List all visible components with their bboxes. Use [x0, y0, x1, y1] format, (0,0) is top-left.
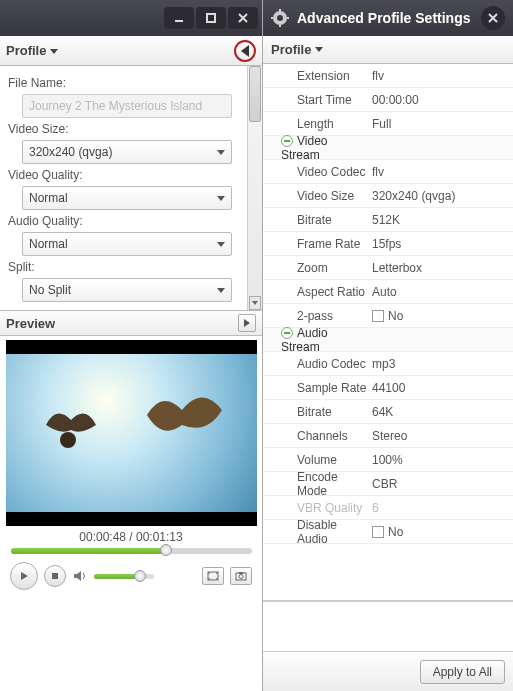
advanced-titlebar: Advanced Profile Settings: [263, 0, 513, 36]
chevron-down-icon: [217, 196, 225, 201]
fullscreen-button[interactable]: [202, 567, 224, 585]
setting-row[interactable]: Video Size320x240 (qvga): [263, 184, 513, 208]
svg-rect-1: [207, 14, 215, 22]
svg-point-2: [60, 432, 76, 448]
setting-value: Stereo: [372, 429, 407, 443]
audio-quality-select[interactable]: Normal: [22, 232, 232, 256]
preview-next-button[interactable]: [238, 314, 256, 332]
volume-slider[interactable]: [94, 574, 154, 579]
setting-key: Frame Rate: [297, 237, 360, 251]
setting-key: Audio Codec: [297, 357, 366, 371]
svg-point-9: [277, 15, 283, 21]
setting-key: Aspect Ratio: [297, 285, 365, 299]
setting-value: Auto: [372, 285, 397, 299]
description-area: [263, 601, 513, 651]
setting-key: Bitrate: [297, 213, 332, 227]
chevron-down-icon: [50, 49, 58, 54]
video-size-select[interactable]: 320x240 (qvga): [22, 140, 232, 164]
profile-dropdown[interactable]: Profile: [263, 36, 513, 64]
setting-key: Sample Rate: [297, 381, 366, 395]
setting-row[interactable]: Aspect RatioAuto: [263, 280, 513, 304]
progress-slider[interactable]: [11, 548, 252, 554]
section-row[interactable]: Video Stream: [263, 136, 513, 160]
setting-key: Extension: [297, 69, 350, 83]
setting-value: flv: [372, 69, 384, 83]
left-panel: Profile File Name: Journey 2 The Mysteri…: [0, 0, 263, 691]
setting-row[interactable]: Extensionflv: [263, 64, 513, 88]
play-button[interactable]: [10, 562, 38, 590]
setting-row[interactable]: 2-passNo: [263, 304, 513, 328]
section-row[interactable]: Audio Stream: [263, 328, 513, 352]
chevron-down-icon: [217, 288, 225, 293]
close-panel-button[interactable]: [481, 6, 505, 30]
profile-label: Profile: [6, 43, 46, 58]
player-controls: [4, 562, 258, 596]
scrollbar-down-button[interactable]: [249, 296, 261, 310]
setting-row[interactable]: Start Time00:00:00: [263, 88, 513, 112]
setting-value: 15fps: [372, 237, 401, 251]
setting-value: 320x240 (qvga): [372, 189, 455, 203]
setting-key: 2-pass: [297, 309, 333, 323]
apply-bar: Apply to All: [263, 651, 513, 691]
file-name-field: Journey 2 The Mysterious Island: [22, 94, 232, 118]
split-select[interactable]: No Split: [22, 278, 232, 302]
setting-row[interactable]: Video Codecflv: [263, 160, 513, 184]
setting-row[interactable]: Volume100%: [263, 448, 513, 472]
preview-bird-icon: [36, 400, 106, 450]
checkbox[interactable]: [372, 526, 384, 538]
setting-row[interactable]: ZoomLetterbox: [263, 256, 513, 280]
setting-row[interactable]: Bitrate64K: [263, 400, 513, 424]
setting-row[interactable]: Encode ModeCBR: [263, 472, 513, 496]
advanced-title: Advanced Profile Settings: [297, 10, 470, 26]
profile-form: File Name: Journey 2 The Mysterious Isla…: [0, 66, 262, 310]
profile-header[interactable]: Profile: [0, 36, 262, 66]
setting-value: 512K: [372, 213, 400, 227]
close-button[interactable]: [228, 7, 258, 29]
chevron-left-icon: [241, 45, 249, 57]
minimize-button[interactable]: [164, 7, 194, 29]
chevron-down-icon: [217, 242, 225, 247]
video-quality-select[interactable]: Normal: [22, 186, 232, 210]
setting-key: Start Time: [297, 93, 352, 107]
setting-key: Length: [297, 117, 334, 131]
svg-rect-13: [286, 17, 289, 19]
setting-row[interactable]: ChannelsStereo: [263, 424, 513, 448]
setting-row[interactable]: LengthFull: [263, 112, 513, 136]
svg-rect-0: [175, 20, 183, 22]
setting-value: 44100: [372, 381, 405, 395]
setting-value: 64K: [372, 405, 393, 419]
timecode: 00:00:48 / 00:01:13: [4, 530, 258, 544]
apply-to-all-button[interactable]: Apply to All: [420, 660, 505, 684]
window-titlebar: [0, 0, 262, 36]
setting-row[interactable]: Disable AudioNo: [263, 520, 513, 544]
maximize-button[interactable]: [196, 7, 226, 29]
snapshot-button[interactable]: [230, 567, 252, 585]
setting-row[interactable]: Bitrate512K: [263, 208, 513, 232]
setting-row[interactable]: Sample Rate44100: [263, 376, 513, 400]
setting-key: Zoom: [297, 261, 328, 275]
stop-button[interactable]: [44, 565, 66, 587]
collapse-toggle-button[interactable]: [234, 40, 256, 62]
setting-row[interactable]: Frame Rate15fps: [263, 232, 513, 256]
settings-table: ExtensionflvStart Time00:00:00LengthFull…: [263, 64, 513, 601]
checkbox[interactable]: [372, 310, 384, 322]
svg-point-6: [239, 575, 243, 579]
setting-key: Bitrate: [297, 405, 332, 419]
svg-rect-11: [279, 24, 281, 27]
scrollbar-thumb[interactable]: [249, 66, 261, 122]
preview-label: Preview: [6, 316, 55, 331]
svg-rect-12: [271, 17, 274, 19]
setting-value: flv: [372, 165, 384, 179]
setting-key: Channels: [297, 429, 348, 443]
collapse-icon[interactable]: [281, 327, 293, 339]
preview-bird-icon: [137, 385, 227, 455]
svg-rect-7: [239, 572, 243, 574]
setting-row[interactable]: Audio Codecmp3: [263, 352, 513, 376]
setting-value: 100%: [372, 453, 403, 467]
setting-key: VBR Quality: [297, 501, 362, 515]
preview-area: 00:00:48 / 00:01:13: [0, 336, 262, 600]
setting-key: Disable Audio: [297, 518, 337, 546]
setting-row[interactable]: VBR Quality6: [263, 496, 513, 520]
collapse-icon[interactable]: [281, 135, 293, 147]
video-preview[interactable]: [6, 340, 257, 526]
